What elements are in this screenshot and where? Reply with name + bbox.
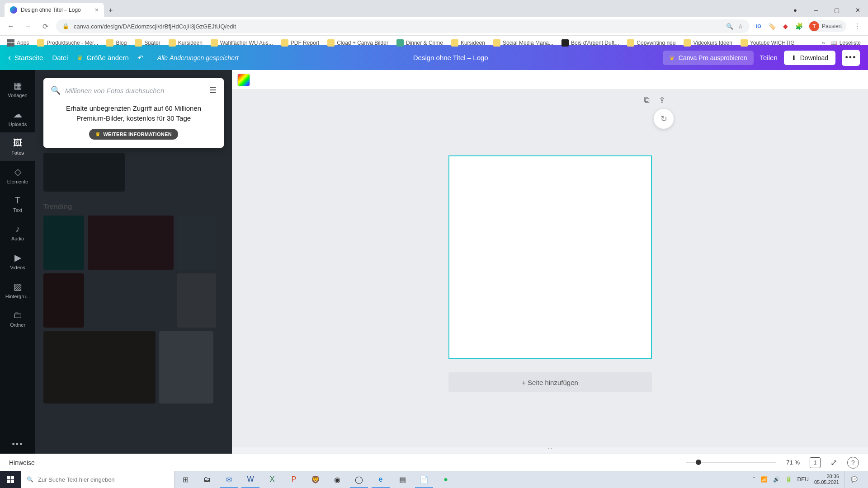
powerpoint-icon[interactable]: P [283, 471, 305, 488]
excel-icon[interactable]: X [261, 471, 283, 488]
chrome-menu-icon[interactable]: ⋮ [851, 20, 863, 33]
brave-icon[interactable]: 🦁 [305, 471, 326, 488]
more-info-button[interactable]: ♛ WEITERE INFORMATIONEN [89, 129, 178, 140]
battery-icon[interactable]: 🔋 [785, 476, 792, 483]
rail-elements[interactable]: ◇Elemente [0, 161, 35, 190]
wifi-icon[interactable]: 📶 [761, 476, 768, 483]
bookmark-item[interactable]: Wahlfächer WU Aus... [208, 38, 276, 48]
rail-uploads[interactable]: ☁Uploads [0, 103, 35, 132]
try-pro-button[interactable]: ♛ Canva Pro ausprobieren [663, 51, 754, 65]
notes-button[interactable]: Hinweise [9, 459, 35, 466]
notifications-icon[interactable]: 💬 [844, 471, 863, 488]
rail-more-button[interactable]: ••• [12, 440, 24, 454]
bookmark-item[interactable]: Cload + Canva Bilder [325, 38, 391, 48]
start-button[interactable] [0, 471, 21, 488]
photo-thumb[interactable] [43, 153, 125, 192]
tray-chevron-up-icon[interactable]: ˄ [753, 476, 755, 483]
mail-icon[interactable]: ✉ [218, 471, 240, 488]
photo-thumb[interactable] [88, 216, 174, 270]
edge-icon[interactable]: e [370, 471, 392, 488]
bookmark-item[interactable]: Videokurs Ideen [681, 38, 735, 48]
bookmark-item[interactable]: Youtube WICHTIG [738, 38, 797, 48]
share-button[interactable]: Teilen [760, 54, 778, 61]
duplicate-page-icon[interactable]: ⧉ [644, 95, 650, 105]
rail-folders[interactable]: 🗀Ordner [0, 305, 35, 333]
chrome-icon[interactable]: ◯ [348, 471, 370, 488]
bookmark-item[interactable]: Blog [104, 38, 129, 48]
resize-button[interactable]: ♛ Größe ändern [77, 54, 128, 62]
bookmark-item[interactable]: Social Media Mana... [491, 38, 556, 48]
undo-button[interactable]: ↶ [138, 54, 144, 62]
clock[interactable]: 20:36 05.05.2021 [814, 474, 839, 485]
volume-icon[interactable]: 🔊 [773, 476, 780, 483]
file-menu[interactable]: Datei [52, 54, 68, 61]
rail-videos[interactable]: ▶Videos [0, 247, 35, 276]
new-tab-button[interactable]: + [104, 4, 117, 17]
rail-text[interactable]: TText [0, 190, 35, 218]
close-tab-icon[interactable]: × [95, 6, 99, 14]
background-color-swatch[interactable] [237, 74, 250, 86]
photo-search-input[interactable] [65, 87, 205, 94]
bookmark-item[interactable]: Bois d'Argent Duft... [559, 38, 622, 48]
page-indicator[interactable]: 1 [810, 457, 821, 468]
reload-button[interactable]: ⟳ [39, 20, 52, 33]
regenerate-button[interactable]: ↻ [654, 109, 674, 129]
zoom-slider[interactable] [686, 462, 776, 463]
obs-icon[interactable]: ◉ [326, 471, 348, 488]
filter-icon[interactable]: ☰ [209, 85, 217, 95]
rail-photos[interactable]: 🖼Fotos [0, 132, 35, 161]
bookmark-item[interactable]: Copywriting neu [624, 38, 678, 48]
language-indicator[interactable]: DEU [797, 476, 809, 483]
bookmark-item[interactable]: Kursideen [166, 38, 205, 48]
photo-thumb[interactable] [43, 216, 84, 270]
notepad-icon[interactable]: 📄 [413, 471, 435, 488]
task-view-icon[interactable]: ⊞ [175, 471, 196, 488]
bookmark-item[interactable]: PDF Report [278, 38, 322, 48]
ext-io-icon[interactable]: IO [754, 22, 763, 31]
help-button[interactable]: ? [847, 457, 859, 469]
more-menu-button[interactable]: ••• [842, 50, 860, 66]
chevron-up-icon[interactable]: ︿ [547, 444, 553, 451]
rail-templates[interactable]: ▦Vorlagen [0, 75, 35, 103]
maximize-button[interactable]: ▢ [826, 3, 847, 17]
forward-button[interactable]: → [22, 20, 34, 33]
photo-thumb[interactable] [159, 331, 213, 404]
bookmark-item[interactable]: Später [132, 38, 163, 48]
bookmark-item[interactable]: Produktsuche - Mer... [34, 38, 101, 48]
bookmark-item[interactable]: Dinner & Crime [394, 38, 446, 48]
app-icon[interactable]: ▤ [392, 471, 413, 488]
bookmarks-overflow-icon[interactable]: » [822, 40, 825, 46]
rail-audio[interactable]: ♪Audio [0, 218, 35, 247]
photo-thumb[interactable] [177, 216, 216, 270]
ext-red-icon[interactable]: ◆ [781, 22, 790, 31]
minimize-button[interactable]: ─ [806, 3, 826, 17]
explorer-icon[interactable]: 🗂 [196, 471, 218, 488]
close-window-button[interactable]: ✕ [847, 3, 868, 17]
photo-thumb[interactable] [43, 331, 156, 404]
rail-background[interactable]: ▨Hintergru... [0, 276, 35, 305]
ext-tag-icon[interactable]: 🏷️ [768, 22, 777, 31]
add-page-button[interactable]: + Seite hinzufügen [448, 372, 652, 392]
download-button[interactable]: ⬇ Download [784, 51, 835, 65]
page-options-icon[interactable]: ⇪ [659, 95, 665, 105]
account-dot-icon[interactable]: ● [785, 3, 806, 17]
photo-thumb[interactable] [88, 273, 174, 328]
spotify-icon[interactable]: ● [435, 471, 457, 488]
apps-shortcut[interactable]: Apps [5, 38, 32, 48]
canvas-page[interactable] [448, 155, 652, 359]
horizontal-scrollbar[interactable]: ︿ [232, 447, 868, 454]
extensions-puzzle-icon[interactable]: 🧩 [795, 22, 804, 31]
home-button[interactable]: ‹ Startseite [8, 53, 43, 62]
word-icon[interactable]: W [240, 471, 261, 488]
photo-thumb[interactable] [43, 273, 84, 328]
zoom-indicator-icon[interactable]: 🔍 [726, 23, 733, 30]
browser-tab[interactable]: Design ohne Titel – Logo × [5, 3, 104, 17]
profile-chip[interactable]: T Pausiert [808, 20, 846, 32]
design-title[interactable]: Design ohne Titel – Logo [413, 54, 488, 61]
bookmark-item[interactable]: Kursideen [448, 38, 488, 48]
taskbar-search-input[interactable] [38, 476, 169, 483]
star-bookmark-icon[interactable]: ☆ [738, 23, 743, 30]
fullscreen-icon[interactable]: ⤢ [830, 458, 837, 468]
zoom-value[interactable]: 71 % [786, 459, 800, 466]
reading-list-button[interactable]: 📖 Leseliste [828, 38, 863, 48]
